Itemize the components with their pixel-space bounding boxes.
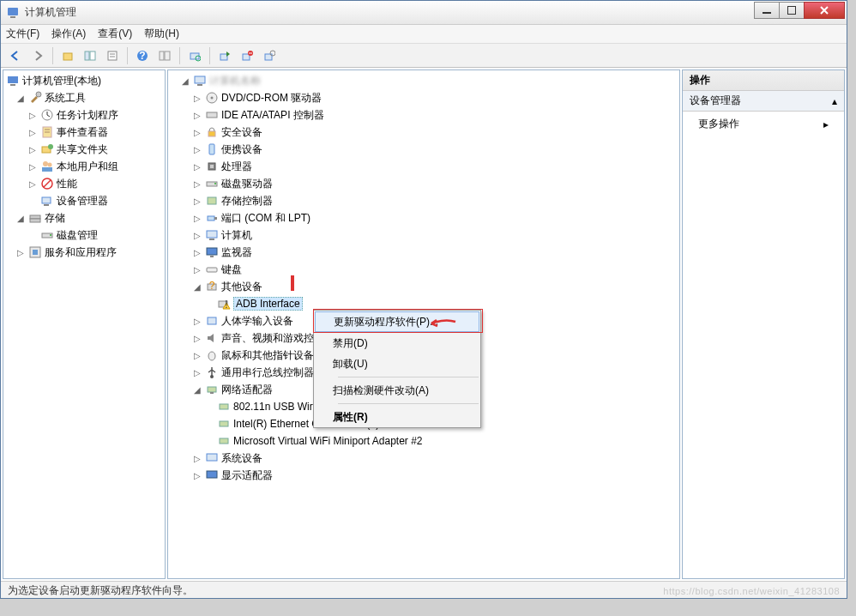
dev-ide[interactable]: ▷IDE ATA/ATAPI 控制器 (168, 106, 679, 124)
expand-icon[interactable]: ▷ (192, 265, 202, 275)
expand-icon[interactable]: ▷ (27, 179, 38, 189)
expand-icon[interactable]: ▷ (192, 334, 202, 343)
tree-system-tools[interactable]: ◢系统工具 (3, 89, 165, 106)
expand-icon[interactable]: ▷ (192, 231, 202, 240)
dev-label: 通用串行总线控制器 (221, 365, 319, 380)
ctx-properties[interactable]: 属性(R) (314, 407, 480, 427)
dev-system[interactable]: ▷系统设备 (168, 450, 679, 467)
dev-root[interactable]: ◢计算机名称 (168, 72, 679, 89)
dev-net3[interactable]: Microsoft Virtual WiFi Miniport Adapter … (168, 432, 679, 450)
collapse-icon[interactable]: ◢ (15, 94, 26, 103)
action-button[interactable] (155, 46, 174, 65)
ctx-update-driver[interactable]: 更新驱动程序软件(P)... (315, 311, 479, 332)
disable-button[interactable] (260, 46, 279, 65)
expand-icon[interactable]: ▷ (192, 368, 202, 377)
menu-help[interactable]: 帮助(H) (144, 27, 179, 41)
dev-label: ADB Interface (233, 297, 303, 311)
expand-icon[interactable]: ▷ (192, 111, 202, 120)
close-button[interactable] (804, 2, 845, 19)
dev-portable[interactable]: ▷便携设备 (168, 141, 679, 158)
expand-icon[interactable]: ▷ (192, 179, 202, 189)
tree-services-apps[interactable]: ▷服务和应用程序 (3, 244, 165, 261)
collapse-icon[interactable]: ◢ (180, 76, 190, 86)
maximize-button[interactable] (779, 2, 805, 19)
properties-button[interactable] (103, 46, 122, 65)
ctx-scan[interactable]: 扫描检测硬件改动(A) (314, 380, 480, 401)
menu-action[interactable]: 操作(A) (51, 27, 86, 41)
expand-icon[interactable]: ▷ (192, 351, 202, 360)
uninstall-button[interactable] (238, 46, 256, 65)
show-hide-tree-button[interactable] (81, 46, 99, 65)
expand-icon[interactable]: ▷ (192, 162, 202, 172)
dev-label: 便携设备 (221, 142, 268, 157)
expand-icon[interactable]: ▷ (192, 454, 202, 463)
left-panel[interactable]: 计算机管理(本地) ◢系统工具 ▷任务计划程序 ▷事件查看器 ▷共享文件夹 ▷本… (3, 69, 166, 579)
tree-device-manager[interactable]: 设备管理器 (3, 192, 165, 209)
expand-icon[interactable]: ▷ (27, 128, 38, 137)
expand-icon[interactable]: ▷ (27, 145, 38, 154)
scan-hardware-button[interactable] (185, 46, 204, 65)
dev-other[interactable]: ◢?其他设备 (168, 278, 679, 295)
up-button[interactable] (58, 46, 77, 65)
tree-task-scheduler[interactable]: ▷任务计划程序 (3, 106, 165, 124)
tree-storage[interactable]: ◢存储 (3, 209, 165, 226)
svg-rect-74 (220, 438, 228, 444)
expand-icon[interactable]: ▷ (192, 248, 202, 257)
collapse-icon[interactable]: ◢ (192, 282, 202, 292)
tree-root[interactable]: 计算机管理(本地) (3, 72, 165, 89)
dev-security[interactable]: ▷安全设备 (168, 124, 679, 141)
expand-icon[interactable]: ▷ (192, 94, 202, 103)
titlebar[interactable]: 计算机管理 (1, 1, 847, 25)
tree-performance[interactable]: ▷性能 (3, 175, 165, 192)
svg-rect-43 (33, 250, 38, 255)
dev-keyboard[interactable]: ▷键盘 (168, 261, 679, 278)
dev-disk-drives[interactable]: ▷磁盘驱动器 (168, 175, 679, 192)
tree-shared-folders[interactable]: ▷共享文件夹 (3, 141, 165, 158)
expand-icon[interactable]: ▷ (192, 145, 202, 154)
svg-rect-50 (209, 144, 214, 154)
ctx-uninstall[interactable]: 卸载(U) (314, 353, 480, 374)
actions-subheader[interactable]: 设备管理器 ▴ (683, 91, 844, 112)
expand-icon[interactable]: ▷ (192, 128, 202, 137)
svg-rect-55 (208, 197, 216, 204)
dev-label: 系统设备 (221, 451, 268, 466)
minimize-button[interactable] (754, 2, 780, 19)
expand-icon[interactable]: ▷ (192, 317, 202, 326)
menu-view[interactable]: 查看(V) (98, 27, 132, 41)
devmgr-icon (40, 194, 54, 208)
pc-icon (205, 228, 219, 242)
expand-icon[interactable]: ▷ (192, 471, 202, 480)
menu-file[interactable]: 文件(F) (6, 27, 39, 41)
forward-button[interactable] (28, 46, 47, 65)
dev-display[interactable]: ▷显示适配器 (168, 467, 679, 484)
dev-monitor[interactable]: ▷监视器 (168, 244, 679, 261)
expand-icon[interactable]: ▷ (192, 214, 202, 223)
expand-icon[interactable]: ▷ (27, 162, 38, 172)
tree-disk-mgmt[interactable]: 磁盘管理 (3, 226, 165, 244)
collapse-icon[interactable]: ◢ (192, 385, 202, 395)
tree-label: 系统工具 (45, 91, 91, 106)
tree-local-users[interactable]: ▷本地用户和组 (3, 158, 165, 175)
expand-icon[interactable]: ▷ (192, 196, 202, 206)
dev-dvd[interactable]: ▷DVD/CD-ROM 驱动器 (168, 89, 679, 106)
back-button[interactable] (6, 46, 25, 65)
dev-cpu[interactable]: ▷处理器 (168, 158, 679, 175)
more-actions[interactable]: 更多操作 ▸ (683, 112, 844, 136)
help-button[interactable]: ? (133, 46, 152, 65)
collapse-icon[interactable]: ◢ (15, 214, 26, 223)
tree-label: 计算机管理(本地) (22, 74, 106, 88)
submenu-arrow-icon: ▸ (823, 118, 829, 130)
dev-storage-ctrl[interactable]: ▷存储控制器 (168, 192, 679, 209)
disk-icon (40, 228, 54, 242)
tree-event-viewer[interactable]: ▷事件查看器 (3, 124, 165, 141)
dev-label: 端口 (COM 和 LPT) (221, 211, 316, 226)
expand-icon[interactable]: ▷ (15, 248, 26, 257)
dev-computer[interactable]: ▷计算机 (168, 226, 679, 244)
dev-ports[interactable]: ▷端口 (COM 和 LPT) (168, 209, 679, 226)
svg-rect-48 (207, 112, 217, 118)
update-driver-button[interactable] (215, 46, 234, 65)
ctx-disable[interactable]: 禁用(D) (314, 333, 480, 353)
svg-rect-16 (220, 54, 227, 60)
warning-device-icon: ! (217, 297, 231, 311)
expand-icon[interactable]: ▷ (27, 111, 38, 120)
